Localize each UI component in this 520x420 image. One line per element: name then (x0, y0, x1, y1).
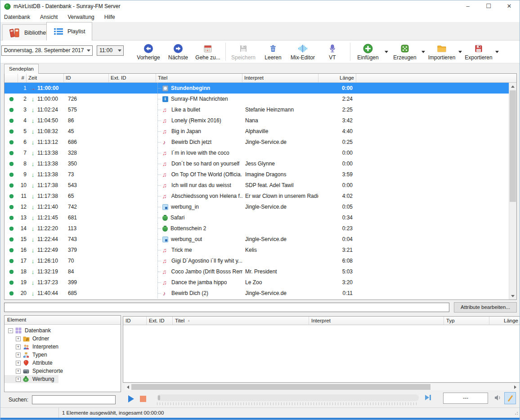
col-titel[interactable]: Titel (156, 74, 242, 82)
playlist-row[interactable]: 11 ↓11:17:38 65 Abschiedssong von Helena… (4, 191, 509, 201)
playlist-row[interactable]: 13 ↓11:21:45 681 Safari 0:34 (4, 212, 509, 223)
leeren-button[interactable]: Leeren (258, 43, 288, 61)
res-col-typ[interactable]: Typ (444, 317, 489, 325)
row-id: 685 (64, 290, 109, 296)
col-id[interactable]: ID (64, 74, 109, 82)
tree-item[interactable]: + Interpreten (4, 343, 121, 351)
playlist-row[interactable]: 12 ↓11:21:40 742 werbung_in Jingle-Servi… (4, 201, 509, 212)
playlist-row[interactable]: 8 ↓11:13:38 350 Don´t be so hard on your… (4, 158, 509, 169)
col-zeit[interactable]: Zeit (27, 74, 64, 82)
vorherige-button[interactable]: Vorherige (134, 43, 163, 61)
element-column-header[interactable]: Element (4, 316, 121, 325)
playlist-row[interactable]: 9 ↓11:13:38 73 On Top Of The World (Offi… (4, 169, 509, 180)
element-edit-input[interactable] (4, 303, 449, 312)
scrollbar-thumb[interactable] (510, 90, 516, 202)
importieren-button[interactable]: Importieren (427, 43, 457, 61)
col-status[interactable] (4, 74, 18, 82)
resize-grip[interactable] (515, 411, 519, 415)
erzeugen-dropdown-arrow[interactable] (420, 43, 427, 61)
expand-box-icon[interactable]: − (8, 328, 13, 333)
scrollbar-thumb[interactable] (131, 384, 430, 390)
scroll-right-icon[interactable] (512, 384, 519, 390)
vt-button[interactable]: VT (318, 43, 347, 61)
exportieren-button[interactable]: Exportieren (464, 43, 493, 61)
res-col-laenge[interactable]: Länge (489, 317, 520, 325)
scroll-down-icon[interactable] (509, 292, 516, 299)
res-col-id[interactable]: ID (123, 317, 147, 325)
playlist-row[interactable]: 20 ↓11:40:44 685 Bewirb Dich (2) Jingle-… (4, 288, 509, 299)
minimize-button[interactable]: – (457, 0, 478, 12)
speichern-button[interactable]: Speichern (229, 43, 258, 61)
col-laenge[interactable]: Länge (318, 74, 356, 82)
edit-pencil-button[interactable] (504, 392, 516, 404)
playlist-row[interactable]: 7 ↓11:13:38 328 I´m in love with the coc… (4, 147, 509, 158)
expand-box-icon[interactable]: + (16, 344, 21, 349)
tab-sendeplan[interactable]: Sendeplan (4, 64, 39, 74)
menu-ansicht[interactable]: Ansicht (40, 14, 58, 20)
importieren-dropdown-arrow[interactable] (457, 43, 464, 61)
playlist-row[interactable]: 18 ↓11:32:19 84 Coco Jambo (Drift Bosss … (4, 266, 509, 277)
maximize-button[interactable]: ☐ (478, 0, 499, 12)
time-select[interactable]: 11:00 (97, 45, 124, 56)
row-time: 11:13:12 (36, 139, 58, 145)
expand-box-icon[interactable]: + (16, 353, 21, 357)
menu-bar: Datenbank Ansicht Verwaltung Hilfe (0, 12, 520, 22)
playlist-vertical-scrollbar[interactable] (509, 83, 516, 299)
playlist-row[interactable]: 16 ↓11:22:49 379 Trick me Kelis 3:21 (4, 245, 509, 255)
status-dot-icon (9, 173, 13, 177)
playlist-row[interactable]: 10 ↓11:17:38 543 Ich will nur das du wei… (4, 180, 509, 191)
playlist-row[interactable]: 17 ↓11:26:10 70 Gigi D´Agostino i´ll fly… (4, 255, 509, 266)
tab-playlist[interactable]: Playlist (46, 22, 92, 40)
attribute-bearbeiten-button[interactable]: Attribute bearbeiten... (454, 302, 517, 313)
search-input[interactable] (32, 395, 116, 404)
gehe-zu-button[interactable]: Gehe zu... (193, 43, 223, 61)
stop-button[interactable] (140, 396, 146, 402)
erzeugen-button[interactable]: Erzeugen (390, 43, 420, 61)
speaker-icon[interactable] (494, 394, 502, 401)
expand-box-icon[interactable]: + (16, 377, 21, 382)
status-dot-icon (9, 162, 13, 166)
tree-item[interactable]: − Datenbank (4, 326, 121, 335)
playlist-row[interactable]: 5 ↓11:08:32 45 Big in Japan Alphaville 4… (4, 126, 509, 137)
tree-item[interactable]: + Attribute (4, 359, 121, 367)
seek-bar[interactable] (157, 394, 419, 401)
col-interpret[interactable]: Interpret (242, 74, 318, 82)
date-select[interactable]: Donnerstag, 28. September 2017 (1, 45, 93, 56)
einfuegen-button[interactable]: Einfügen (353, 43, 383, 61)
playlist-row[interactable]: 2 ↓11:00:00 726 Sunray-FM Nachrichten 2:… (4, 94, 509, 104)
expand-box-icon[interactable]: + (16, 336, 21, 341)
tree-item[interactable]: + Ordner (4, 335, 121, 343)
mix-editor-button[interactable]: Mix-Editor (288, 43, 318, 61)
tree-item[interactable]: + Speicherorte (4, 367, 121, 375)
menu-datenbank[interactable]: Datenbank (4, 14, 30, 20)
playlist-row[interactable]: 6 ↓11:13:12 686 Bewirb Dich jetzt Jingle… (4, 137, 509, 147)
exportieren-dropdown-arrow[interactable] (493, 43, 501, 61)
results-horizontal-scrollbar[interactable] (125, 384, 519, 390)
menu-hilfe[interactable]: Hilfe (104, 14, 115, 20)
playlist-row[interactable]: 15 ↓11:22:44 743 werbung_out Jingle-Serv… (4, 234, 509, 245)
playlist-row[interactable]: 1 →11:00:00 Stundenbeginn 0:00 (4, 83, 509, 94)
einfuegen-dropdown-arrow[interactable] (383, 43, 390, 61)
close-button[interactable]: ✕ (499, 0, 520, 12)
menu-verwaltung[interactable]: Verwaltung (67, 14, 94, 20)
col-num[interactable]: # (18, 74, 27, 82)
skip-to-end-icon[interactable] (425, 395, 432, 401)
col-ext-id[interactable]: Ext. ID (109, 74, 156, 82)
tree-item[interactable]: + Werbung (4, 375, 58, 383)
res-col-titel[interactable]: Titel (173, 317, 309, 325)
play-button[interactable] (128, 395, 134, 402)
scroll-left-icon[interactable] (125, 384, 131, 390)
naechste-button[interactable]: Nächste (163, 43, 193, 61)
expand-box-icon[interactable]: + (16, 361, 21, 366)
scroll-up-icon[interactable] (509, 83, 516, 90)
playlist-row[interactable]: 3 ↓11:02:24 575 Like a bullet Stefanie H… (4, 104, 509, 115)
playlist-row[interactable]: 4 ↓11:04:50 86 Lonely (Remix 2016) Nana … (4, 115, 509, 126)
expand-box-icon[interactable]: + (16, 369, 21, 374)
down-arrow-icon: ↓ (29, 204, 36, 210)
row-number: 7 (18, 150, 27, 156)
playlist-row[interactable]: 19 ↓11:37:23 399 Dance the jamba hippo L… (4, 277, 509, 288)
playlist-row[interactable]: 14 ↓11:22:20 113 Bottenschein 2 0:23 (4, 223, 509, 234)
tree-item[interactable]: + Typen (4, 351, 121, 359)
res-col-ext-id[interactable]: Ext. ID (147, 317, 173, 325)
res-col-interpret[interactable]: Interpret (309, 317, 444, 325)
